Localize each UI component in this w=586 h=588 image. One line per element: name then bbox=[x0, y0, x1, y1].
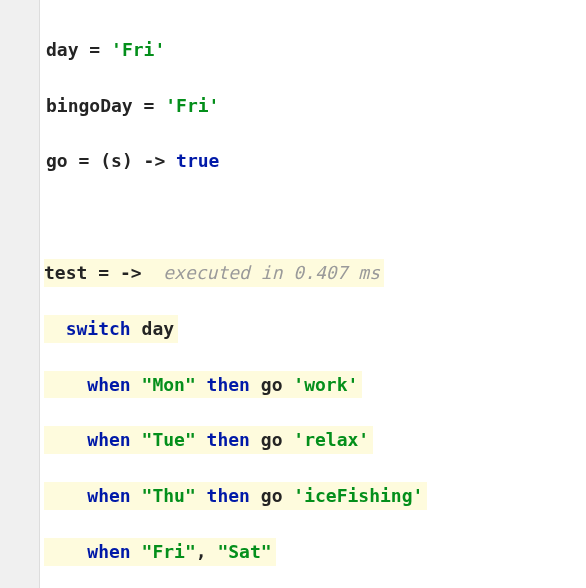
identifier: go bbox=[261, 374, 283, 395]
code-line: when "Thu" then go 'iceFishing' bbox=[46, 482, 580, 510]
operator: = bbox=[89, 39, 100, 60]
identifier: day bbox=[46, 39, 79, 60]
string-literal: "Mon" bbox=[142, 374, 196, 395]
identifier: test bbox=[44, 262, 87, 283]
identifier: bingoDay bbox=[46, 95, 133, 116]
string-literal: "Fri" bbox=[142, 541, 196, 562]
code-editor[interactable]: day = 'Fri' bingoDay = 'Fri' go = (s) ->… bbox=[40, 0, 586, 588]
code-line: when "Fri", "Sat" bbox=[46, 538, 580, 566]
keyword-when: when bbox=[87, 485, 130, 506]
code-line: when "Mon" then go 'work' bbox=[46, 371, 580, 399]
identifier: go bbox=[261, 485, 283, 506]
identifier: go bbox=[46, 150, 68, 171]
string-literal: 'Fri' bbox=[111, 39, 165, 60]
param-list: (s) bbox=[100, 150, 133, 171]
operator: = bbox=[79, 150, 90, 171]
code-line: day = 'Fri' bbox=[46, 36, 580, 64]
operator: = bbox=[98, 262, 109, 283]
keyword-then: then bbox=[207, 374, 250, 395]
exec-time-comment: executed in 0.407 ms bbox=[163, 262, 380, 283]
keyword-then: then bbox=[207, 429, 250, 450]
string-literal: "Thu" bbox=[142, 485, 196, 506]
string-literal: 'work' bbox=[293, 374, 358, 395]
string-literal: "Tue" bbox=[142, 429, 196, 450]
identifier: day bbox=[142, 318, 175, 339]
keyword: true bbox=[176, 150, 219, 171]
keyword-then: then bbox=[207, 485, 250, 506]
keyword-when: when bbox=[87, 374, 130, 395]
string-literal: "Sat" bbox=[217, 541, 271, 562]
arrow: -> bbox=[144, 150, 166, 171]
line-gutter bbox=[0, 0, 40, 588]
keyword-when: when bbox=[87, 541, 130, 562]
code-line: when "Tue" then go 'relax' bbox=[46, 426, 580, 454]
operator: = bbox=[144, 95, 155, 116]
arrow: -> bbox=[120, 262, 142, 283]
string-literal: 'Fri' bbox=[165, 95, 219, 116]
code-line: test = -> executed in 0.407 ms bbox=[46, 259, 580, 287]
identifier: go bbox=[261, 429, 283, 450]
code-line: switch day bbox=[46, 315, 580, 343]
string-literal: 'relax' bbox=[293, 429, 369, 450]
string-literal: 'iceFishing' bbox=[293, 485, 423, 506]
keyword-when: when bbox=[87, 429, 130, 450]
code-line: bingoDay = 'Fri' bbox=[46, 92, 580, 120]
keyword-switch: switch bbox=[66, 318, 131, 339]
blank-line bbox=[46, 203, 580, 231]
comma: , bbox=[196, 541, 207, 562]
code-line: go = (s) -> true bbox=[46, 147, 580, 175]
